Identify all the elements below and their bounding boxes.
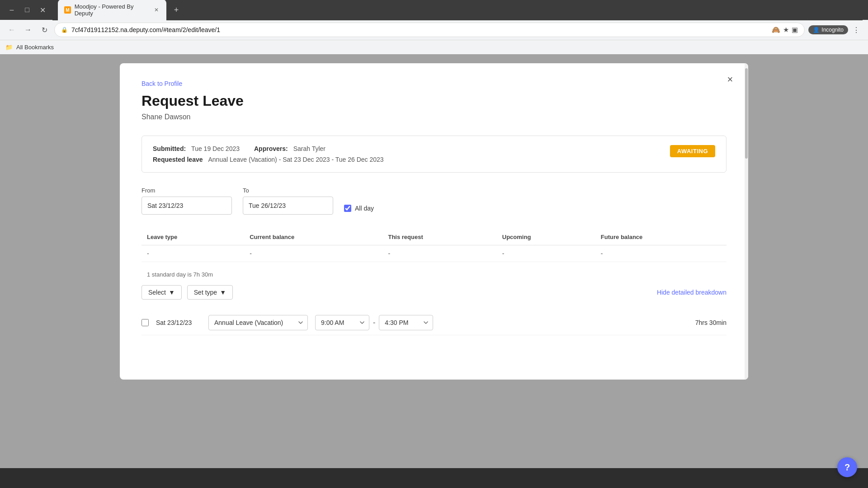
table-header-row: Leave type Current balance This request … <box>142 229 726 245</box>
browser-title-bar: – □ ✕ M Moodjoy - Powered By Deputy ✕ + <box>0 0 868 20</box>
menu-button[interactable]: ⋮ <box>850 23 863 36</box>
time-separator: - <box>373 319 375 327</box>
controls-left: Select ▼ Set type ▼ <box>142 285 233 300</box>
allday-label: All day <box>355 205 374 212</box>
new-tab-button[interactable]: + <box>170 4 183 16</box>
forward-button[interactable]: → <box>22 23 34 36</box>
page-content: × Back to Profile Request Leave Shane Da… <box>0 54 868 468</box>
col-future-balance: Future balance <box>595 229 726 245</box>
scrollbar-thumb[interactable] <box>745 68 748 159</box>
browser-actions: 👤 Incognito ⋮ <box>808 23 863 36</box>
help-button[interactable]: ? <box>837 457 857 477</box>
to-date-input-wrapper: 📅 <box>243 197 333 215</box>
active-tab[interactable]: M Moodjoy - Powered By Deputy ✕ <box>58 0 166 20</box>
modal-title: Request Leave <box>142 93 726 109</box>
from-label: From <box>142 187 232 194</box>
tab-title: Moodjoy - Powered By Deputy <box>75 3 147 17</box>
col-leave-type: Leave type <box>142 229 244 245</box>
date-row: From 📅 To 📅 All day <box>142 187 726 215</box>
table-row: - - - - - <box>142 245 726 262</box>
allday-wrapper: All day <box>344 205 374 212</box>
browser-chrome: – □ ✕ M Moodjoy - Powered By Deputy ✕ + … <box>0 0 868 54</box>
back-button[interactable]: ← <box>5 23 18 36</box>
end-time-select[interactable]: 4:30 PM <box>379 315 433 330</box>
incognito-icon: 👤 <box>813 27 820 33</box>
breakdown-row: Sat 23/12/23 Annual Leave (Vacation) 9:0… <box>142 310 726 335</box>
set-type-button[interactable]: Set type ▼ <box>187 285 233 300</box>
cell-upcoming: - <box>497 245 595 262</box>
tab-close-button[interactable]: ✕ <box>153 6 160 14</box>
to-date-input[interactable] <box>243 198 333 213</box>
allday-checkbox[interactable] <box>344 205 351 212</box>
browser-controls: – □ ✕ <box>5 4 49 16</box>
scrollbar[interactable] <box>745 63 748 380</box>
to-date-field: To 📅 <box>243 187 333 215</box>
approvers-label: Approvers: <box>254 145 288 152</box>
leave-table: Leave type Current balance This request … <box>142 229 726 262</box>
to-label: To <box>243 187 333 194</box>
bookmarks-folder-icon: 📁 <box>5 44 13 51</box>
cell-this-request: - <box>382 245 496 262</box>
requested-leave-row: Requested leave Annual Leave (Vacation) … <box>153 156 715 163</box>
star-icon[interactable]: ★ <box>783 26 789 34</box>
select-button[interactable]: Select ▼ <box>142 285 182 300</box>
set-type-label: Set type <box>194 289 217 296</box>
breakdown-duration: 7hrs 30min <box>686 319 726 326</box>
address-bar-row: ← → ↻ 🔒 7cf47d19112152.na.deputy.com/#te… <box>0 20 868 40</box>
cell-future-balance: - <box>595 245 726 262</box>
set-type-chevron-icon: ▼ <box>220 289 226 296</box>
cell-current-balance: - <box>244 245 382 262</box>
breakdown-date: Sat 23/12/23 <box>156 319 201 326</box>
close-window-button[interactable]: ✕ <box>36 4 49 16</box>
address-bar[interactable]: 🔒 7cf47d19112152.na.deputy.com/#team/2/e… <box>54 23 805 37</box>
col-this-request: This request <box>382 229 496 245</box>
col-current-balance: Current balance <box>244 229 382 245</box>
submitted-label: Submitted: <box>153 145 186 152</box>
modal-overlay: × Back to Profile Request Leave Shane Da… <box>0 54 868 468</box>
select-chevron-icon: ▼ <box>169 289 175 296</box>
cell-leave-type: - <box>142 245 244 262</box>
select-label: Select <box>148 289 166 296</box>
eye-off-icon: 🙈 <box>772 26 780 34</box>
col-upcoming: Upcoming <box>497 229 595 245</box>
leave-type-select[interactable]: Annual Leave (Vacation) <box>208 315 308 330</box>
controls-row: Select ▼ Set type ▼ Hide detailed breakd… <box>142 285 726 300</box>
from-date-field: From 📅 <box>142 187 232 215</box>
start-time-select[interactable]: 9:00 AM <box>315 315 369 330</box>
refresh-button[interactable]: ↻ <box>38 23 51 36</box>
tab-favicon: M <box>64 6 71 14</box>
submitted-value: Tue 19 Dec 2023 <box>191 145 240 152</box>
from-date-input-wrapper: 📅 <box>142 197 232 215</box>
requested-leave-value: Annual Leave (Vacation) - Sat 23 Dec 202… <box>208 156 384 163</box>
time-select-wrapper: 9:00 AM - 4:30 PM <box>315 315 433 330</box>
incognito-label: Incognito <box>821 27 844 33</box>
address-icons: 🙈 ★ ▣ <box>772 26 798 34</box>
bookmark-bar: 📁 All Bookmarks <box>0 40 868 54</box>
modal: × Back to Profile Request Leave Shane Da… <box>120 63 748 380</box>
submitted-row: Submitted: Tue 19 Dec 2023 Approvers: Sa… <box>153 145 715 152</box>
incognito-badge: 👤 Incognito <box>808 25 848 34</box>
status-badge: AWAITING <box>670 145 715 157</box>
standard-day-note: 1 standard day is 7h 30m <box>142 271 726 278</box>
requested-leave-label: Requested leave <box>153 156 203 163</box>
bookmarks-label: All Bookmarks <box>16 44 54 51</box>
info-section: AWAITING Submitted: Tue 19 Dec 2023 Appr… <box>142 136 726 173</box>
maximize-button[interactable]: □ <box>21 4 33 16</box>
back-to-profile-link[interactable]: Back to Profile <box>142 80 182 87</box>
extension-icon[interactable]: ▣ <box>792 26 798 34</box>
minimize-button[interactable]: – <box>5 4 18 16</box>
url-text: 7cf47d19112152.na.deputy.com/#team/2/edi… <box>71 26 768 33</box>
modal-subtitle: Shane Dawson <box>142 113 726 121</box>
from-date-input[interactable] <box>142 198 232 213</box>
tab-bar: M Moodjoy - Powered By Deputy ✕ + <box>52 0 863 20</box>
lock-icon: 🔒 <box>61 27 68 33</box>
modal-close-button[interactable]: × <box>723 72 737 87</box>
hide-breakdown-link[interactable]: Hide detailed breakdown <box>657 289 726 296</box>
breakdown-checkbox[interactable] <box>142 319 149 326</box>
approvers-value: Sarah Tyler <box>293 145 326 152</box>
